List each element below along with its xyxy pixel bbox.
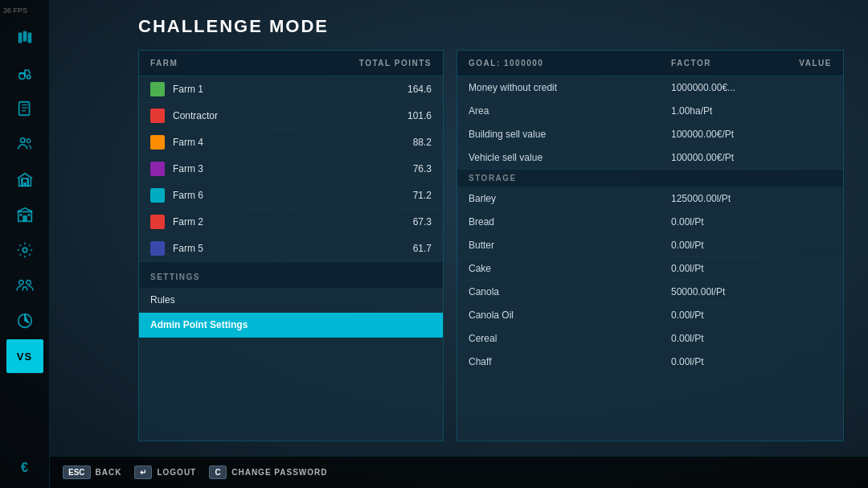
contractor-name: Contractor <box>173 110 218 121</box>
sidebar: 36 FPS VS € <box>0 0 50 488</box>
right-row-area: Area 1.00ha/Pt <box>457 100 843 123</box>
sidebar-item-log[interactable] <box>6 92 43 125</box>
canola-label: Canola <box>469 286 671 297</box>
sidebar-item-vs[interactable]: VS <box>6 339 43 373</box>
right-row-cake: Cake 0.00l/Pt <box>457 257 843 281</box>
page-title: CHALLENGE MODE <box>138 16 844 37</box>
farm-1-icon <box>150 82 165 96</box>
players-icon <box>16 277 34 294</box>
right-row-vehicle-sell: Vehicle sell value 100000.00€/Pt <box>457 146 843 170</box>
farm-2-name: Farm 2 <box>173 216 203 228</box>
farm-row-2[interactable]: Farm 2 67.3 <box>139 209 443 236</box>
farm-3-icon <box>150 162 165 176</box>
right-row-chaff: Chaff 0.00l/Pt <box>457 351 843 374</box>
gear-icon <box>16 241 34 259</box>
enter-key: ↵ <box>134 465 152 479</box>
farm-2-points: 67.3 <box>413 216 432 228</box>
farm-4-name: Farm 4 <box>173 137 203 148</box>
canola-oil-factor: 0.00l/Pt <box>671 310 776 321</box>
farm-5-points: 61.7 <box>413 243 432 254</box>
total-points-col-header: TOTAL POINTS <box>359 59 432 68</box>
book-icon <box>16 100 34 117</box>
farm-6-points: 71.2 <box>413 190 432 201</box>
farm-row-5[interactable]: Farm 5 61.7 <box>139 236 443 262</box>
left-panel: FARM TOTAL POINTS Farm 1 164.6 Contracto… <box>138 50 444 441</box>
farm-2-icon <box>150 215 165 229</box>
factor-col-header: FACTOR <box>671 59 776 68</box>
right-panel: GOAL: 1000000 FACTOR VALUE Money without… <box>457 50 844 441</box>
right-row-canola-oil: Canola Oil 0.00l/Pt <box>457 304 843 327</box>
butter-label: Butter <box>469 240 671 251</box>
right-row-money: Money without credit 1000000.00€... <box>457 76 843 100</box>
settings-rules-row[interactable]: Rules <box>139 288 443 313</box>
vehicle-sell-factor: 100000.00€/Pt <box>671 152 776 163</box>
svg-point-6 <box>20 138 25 143</box>
svg-point-14 <box>23 248 27 252</box>
cake-label: Cake <box>469 263 671 274</box>
svg-rect-13 <box>27 214 30 216</box>
barley-label: Barley <box>469 193 671 204</box>
canola-factor: 50000.00l/Pt <box>671 286 776 297</box>
farm-row-4[interactable]: Farm 4 88.2 <box>139 129 443 156</box>
sidebar-item-farm[interactable] <box>6 162 43 196</box>
sidebar-item-workers[interactable] <box>6 127 43 161</box>
stats-icon <box>16 312 34 330</box>
right-rows-list: Money without credit 1000000.00€... Area… <box>457 76 843 441</box>
sidebar-item-building[interactable] <box>6 198 43 232</box>
contractor-icon <box>150 109 165 123</box>
sidebar-item-tractor[interactable] <box>6 56 43 90</box>
right-row-building-sell: Building sell value 100000.00€/Pt <box>457 123 843 146</box>
admin-point-settings-label: Admin Point Settings <box>150 319 248 330</box>
cereal-factor: 0.00l/Pt <box>671 333 776 344</box>
right-row-bread: Bread 0.00l/Pt <box>457 211 843 234</box>
sidebar-item-players[interactable] <box>6 269 43 302</box>
right-row-cereal: Cereal 0.00l/Pt <box>457 327 843 351</box>
farm-6-icon <box>150 188 165 203</box>
barley-factor: 125000.00l/Pt <box>671 193 776 204</box>
farm-row-3[interactable]: Farm 3 76.3 <box>139 156 443 182</box>
svg-point-16 <box>26 281 31 285</box>
svg-point-7 <box>27 139 31 143</box>
farm-4-icon <box>150 135 165 150</box>
change-password-button[interactable]: C CHANGE PASSWORD <box>209 465 327 479</box>
farms-table-header: FARM TOTAL POINTS <box>139 51 443 76</box>
bottom-bar: ESC BACK ↵ LOGOUT C CHANGE PASSWORD <box>50 456 868 488</box>
cake-factor: 0.00l/Pt <box>671 263 776 274</box>
bread-factor: 0.00l/Pt <box>671 216 776 228</box>
butter-factor: 0.00l/Pt <box>671 240 776 251</box>
area-label: Area <box>469 105 671 117</box>
settings-admin-row[interactable]: Admin Point Settings <box>139 313 443 338</box>
farm-4-points: 88.2 <box>413 137 432 148</box>
sidebar-item-settings[interactable] <box>6 233 43 267</box>
logout-button[interactable]: ↵ LOGOUT <box>134 465 196 479</box>
right-table-header: GOAL: 1000000 FACTOR VALUE <box>457 51 843 76</box>
rules-label: Rules <box>150 294 175 306</box>
back-button[interactable]: ESC BACK <box>63 465 121 479</box>
map-icon <box>16 29 34 47</box>
svg-rect-9 <box>23 182 27 187</box>
contractor-points: 101.6 <box>407 110 432 121</box>
fps-label: 36 FPS <box>3 6 27 14</box>
farm-6-name: Farm 6 <box>173 190 203 201</box>
vehicle-sell-label: Vehicle sell value <box>469 152 671 163</box>
right-row-butter: Butter 0.00l/Pt <box>457 234 843 257</box>
farm-row-1[interactable]: Farm 1 164.6 <box>139 76 443 103</box>
farm-5-icon <box>150 241 165 256</box>
area-factor: 1.00ha/Pt <box>671 105 776 117</box>
farm-3-name: Farm 3 <box>173 163 203 174</box>
money-label: Money without credit <box>469 82 671 93</box>
change-password-label: CHANGE PASSWORD <box>231 468 327 477</box>
svg-rect-5 <box>18 102 29 116</box>
sidebar-item-stats[interactable] <box>6 304 43 338</box>
back-label: BACK <box>96 468 122 477</box>
farms-table: FARM TOTAL POINTS Farm 1 164.6 Contracto… <box>138 50 444 441</box>
money-factor: 1000000.00€... <box>671 82 776 93</box>
farm-row-6[interactable]: Farm 6 71.2 <box>139 182 443 209</box>
building-sell-label: Building sell value <box>469 129 671 140</box>
sidebar-item-map[interactable] <box>6 21 43 55</box>
svg-rect-1 <box>23 31 27 42</box>
sidebar-item-euro[interactable]: € <box>6 451 43 485</box>
building-sell-factor: 100000.00€/Pt <box>671 129 776 140</box>
farm-row-contractor[interactable]: Contractor 101.6 <box>139 103 443 129</box>
farm-1-points: 164.6 <box>407 84 432 95</box>
